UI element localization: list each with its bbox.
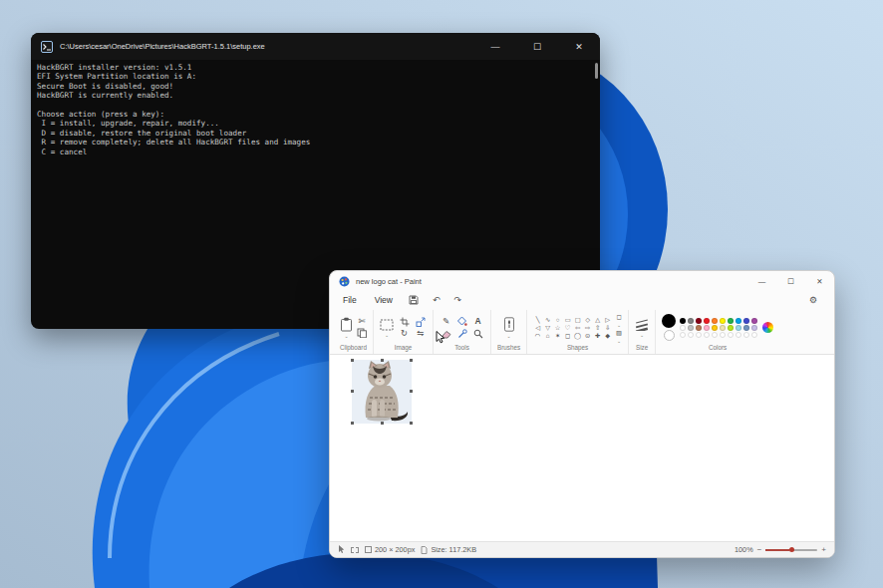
shape-icon[interactable]: ⇦ — [573, 324, 582, 332]
crop-icon[interactable] — [400, 317, 410, 327]
view-menu[interactable]: View — [366, 295, 402, 305]
palette-swatch[interactable] — [743, 318, 749, 324]
shape-icon[interactable]: ⌂ — [543, 332, 552, 340]
shape-icon[interactable]: ◇ — [583, 316, 592, 324]
redo-icon[interactable]: ↷ — [447, 295, 469, 305]
palette-swatch[interactable] — [728, 332, 734, 338]
copy-icon[interactable] — [357, 328, 367, 338]
file-menu[interactable]: File — [334, 295, 366, 305]
palette-swatch[interactable] — [712, 332, 718, 338]
shape-fill-button[interactable]: ▨⌄ — [616, 329, 622, 343]
palette-swatch[interactable] — [696, 325, 702, 331]
fill-bucket-icon[interactable] — [456, 316, 467, 327]
shape-icon[interactable]: ∿ — [543, 316, 552, 324]
selection-handle[interactable] — [410, 422, 413, 425]
selection-handle[interactable] — [351, 390, 354, 393]
zoom-out-button[interactable]: − — [757, 545, 762, 554]
paint-window[interactable]: new logo cat - Paint — ☐ ✕ File View ↶ ↷… — [329, 270, 835, 558]
resize-icon[interactable] — [416, 317, 426, 327]
save-icon[interactable] — [402, 295, 426, 305]
select-dropdown-chevron[interactable]: ⌄ — [385, 333, 389, 337]
shape-icon[interactable]: ⇨ — [583, 324, 592, 332]
palette-swatch[interactable] — [704, 325, 710, 331]
palette-swatch[interactable] — [736, 318, 741, 324]
selection-handle[interactable] — [381, 359, 384, 362]
flip-icon[interactable]: ⇋ — [417, 329, 424, 338]
pencil-icon[interactable]: ✎ — [442, 317, 449, 326]
palette-swatch[interactable] — [736, 332, 741, 338]
palette-swatch[interactable] — [751, 332, 757, 338]
select-button[interactable]: ⌄ — [380, 319, 394, 337]
palette-swatch[interactable] — [696, 332, 702, 338]
palette-swatch[interactable] — [743, 325, 749, 331]
palette-swatch[interactable] — [688, 332, 694, 338]
color1-swatch[interactable] — [662, 314, 676, 328]
paint-close-button[interactable]: ✕ — [805, 271, 834, 291]
edit-colors-icon[interactable] — [762, 322, 773, 333]
palette-swatch[interactable] — [720, 325, 726, 331]
shape-outline-button[interactable]: ◻⌄ — [616, 313, 621, 327]
selection-handle[interactable] — [410, 359, 413, 362]
console-maximize-button[interactable]: ☐ — [516, 33, 558, 60]
shape-icon[interactable]: ✶ — [553, 332, 562, 340]
console-scrollbar[interactable] — [595, 63, 598, 79]
shape-icon[interactable]: ▢ — [573, 316, 582, 324]
palette-swatch[interactable] — [720, 318, 726, 324]
palette-swatch[interactable] — [751, 318, 757, 324]
paint-canvas[interactable] — [330, 355, 834, 541]
console-titlebar[interactable]: C:\Users\cesar\OneDrive\Pictures\HackBGR… — [31, 33, 600, 60]
shape-icon[interactable]: ⇧ — [593, 324, 602, 332]
size-dropdown-chevron[interactable]: ⌄ — [640, 333, 644, 337]
shape-icon[interactable]: ✚ — [593, 332, 602, 340]
selection-handle[interactable] — [410, 390, 413, 393]
magnifier-icon[interactable] — [473, 329, 483, 339]
paint-titlebar[interactable]: new logo cat - Paint — ☐ ✕ — [330, 271, 834, 291]
brushes-dropdown-chevron[interactable]: ⌄ — [506, 334, 510, 338]
palette-swatch[interactable] — [712, 325, 718, 331]
color2-swatch[interactable] — [664, 330, 675, 341]
undo-icon[interactable]: ↶ — [426, 295, 447, 305]
shape-icon[interactable]: ▭ — [563, 316, 572, 324]
palette-swatch[interactable] — [704, 332, 710, 338]
paste-button[interactable]: ⌄ — [340, 317, 353, 338]
shape-icon[interactable]: ⊙ — [583, 332, 592, 340]
brushes-button[interactable]: ⌄ — [503, 317, 515, 338]
palette-swatch[interactable] — [704, 318, 710, 324]
selection-handle[interactable] — [351, 359, 354, 362]
console-minimize-button[interactable]: — — [474, 33, 516, 60]
palette-swatch[interactable] — [728, 318, 734, 324]
palette-swatch[interactable] — [712, 318, 718, 324]
pasted-cat-image[interactable] — [352, 360, 412, 424]
palette-swatch[interactable] — [688, 318, 694, 324]
shape-icon[interactable]: ◻ — [563, 332, 572, 340]
zoom-slider[interactable] — [765, 549, 817, 551]
palette-swatch[interactable] — [696, 318, 702, 324]
palette-swatch[interactable] — [680, 332, 686, 338]
shape-icon[interactable]: ▽ — [543, 324, 552, 332]
palette-swatch[interactable] — [743, 332, 749, 338]
shape-icon[interactable]: ╲ — [533, 316, 542, 324]
shape-icon[interactable]: ○ — [553, 316, 562, 324]
cut-icon[interactable]: ✄ — [358, 317, 365, 326]
text-tool-icon[interactable]: A — [474, 317, 480, 326]
shape-icon[interactable]: ◁ — [533, 324, 542, 332]
size-button[interactable]: ⌄ — [635, 319, 649, 337]
selection-handle[interactable] — [351, 422, 354, 425]
selection-handle[interactable] — [381, 422, 384, 425]
zoom-slider-thumb[interactable] — [789, 547, 794, 552]
paint-maximize-button[interactable]: ☐ — [776, 271, 805, 291]
settings-gear-icon[interactable]: ⚙ — [802, 295, 824, 305]
palette-swatch[interactable] — [720, 332, 726, 338]
color-picker-icon[interactable] — [457, 329, 467, 339]
zoom-in-button[interactable]: + — [821, 545, 826, 554]
shape-icon[interactable]: ☆ — [553, 324, 562, 332]
rotate-icon[interactable]: ↻ — [401, 329, 408, 338]
console-close-button[interactable]: ✕ — [558, 33, 600, 60]
palette-swatch[interactable] — [751, 325, 757, 331]
paste-dropdown-chevron[interactable]: ⌄ — [344, 334, 348, 338]
palette-swatch[interactable] — [736, 325, 741, 331]
palette-swatch[interactable] — [688, 325, 694, 331]
paint-minimize-button[interactable]: — — [747, 271, 776, 291]
shape-icon[interactable]: ⇩ — [603, 324, 612, 332]
shape-icon[interactable]: ♡ — [563, 324, 572, 332]
